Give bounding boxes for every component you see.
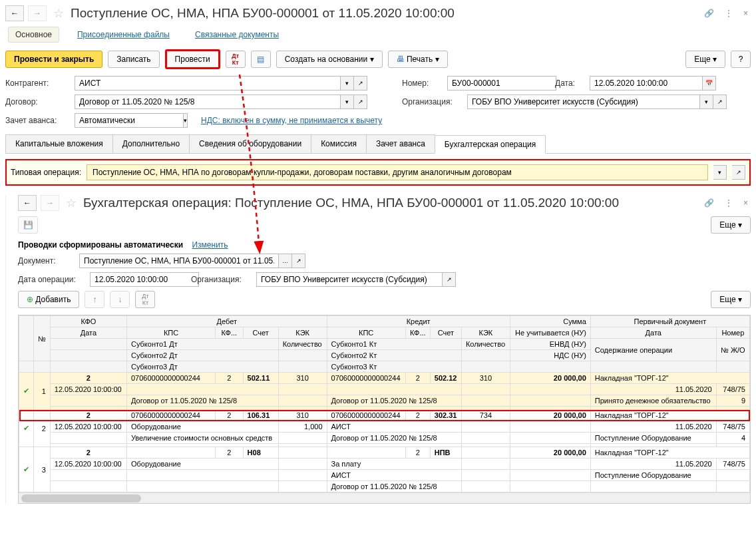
nds-link[interactable]: НДС: включен в сумму, не принимается к в… <box>201 116 382 125</box>
sub-tab-commission[interactable]: Комиссия <box>311 134 367 153</box>
change-link[interactable]: Изменить <box>192 240 228 250</box>
move-down-button[interactable]: ↓ <box>110 291 130 308</box>
inner-op-date-label: Дата операции: <box>18 275 82 284</box>
document-icon[interactable]: ▤ <box>251 51 271 68</box>
open-icon[interactable]: ↗ <box>443 272 456 287</box>
link-icon[interactable]: 🔗 <box>701 7 717 19</box>
open-icon[interactable]: ↗ <box>354 76 367 91</box>
org-input[interactable] <box>467 94 700 109</box>
row-number: 2 <box>34 410 51 447</box>
calendar-icon[interactable]: 📅 <box>703 76 716 91</box>
post-and-close-button[interactable]: Провести и закрыть <box>5 51 102 68</box>
inner-favorite-star-icon[interactable]: ☆ <box>66 196 77 210</box>
col-jo: № Ж/О <box>716 339 749 361</box>
nav-forward-button[interactable]: → <box>28 5 47 21</box>
posting-report-icon[interactable]: ДтКт <box>226 51 246 68</box>
tab-main[interactable]: Основное <box>8 27 59 43</box>
counterparty-input[interactable] <box>75 76 341 91</box>
dropdown-icon[interactable]: ▾ <box>184 113 188 128</box>
col-credit: Кредит <box>327 316 510 327</box>
nav-back-button[interactable]: ← <box>5 5 24 21</box>
tab-linked[interactable]: Связанные документы <box>188 27 286 43</box>
print-button[interactable]: 🖶 Печать ▾ <box>388 51 448 68</box>
col-pnum: Номер <box>716 327 749 339</box>
add-button[interactable]: ⊕ Добавить <box>18 291 79 308</box>
close-icon[interactable]: × <box>741 197 751 209</box>
col-c-qty: Количество <box>461 339 510 350</box>
table-subrow[interactable]: Договор от 11.05.2020 № 125/8 Договор от… <box>19 395 750 407</box>
postings-table[interactable]: № КФО Дебет Кредит Сумма Первичный докум… <box>18 315 751 504</box>
table-row[interactable]: ✔ 3 2 2Н08 2НПВ 20 000,00 Накладная "ТОР… <box>19 447 750 459</box>
grid-more-button[interactable]: Еще ▾ <box>711 291 751 308</box>
table-subrow[interactable]: АИСТ Поступление Оборудование <box>19 470 750 481</box>
more-menu-icon[interactable]: ⋮ <box>722 7 735 19</box>
row-advance: Зачет аванса: ▾ НДС: включен в сумму, не… <box>5 113 751 128</box>
dtkr-icon[interactable]: ДтКт <box>135 291 155 308</box>
table-subrow[interactable]: 12.05.2020 10:00:00 11.05.2020748/75 <box>19 384 750 395</box>
row-number: 1 <box>34 373 51 410</box>
number-input[interactable] <box>447 76 556 91</box>
inner-nav-back-button[interactable]: ← <box>18 195 37 211</box>
sub-tabs: Капитальные вложения Дополнительно Сведе… <box>5 134 751 154</box>
post-button[interactable]: Провести <box>165 49 220 69</box>
inner-more-button[interactable]: Еще ▾ <box>711 216 751 234</box>
dropdown-icon[interactable]: ▾ <box>713 165 727 180</box>
open-icon[interactable]: ↗ <box>713 94 727 109</box>
posting-status-text: Проводки сформированы автоматически <box>18 240 183 250</box>
advance-input[interactable] <box>75 113 184 128</box>
close-icon[interactable]: × <box>741 7 751 19</box>
favorite-star-icon[interactable]: ☆ <box>53 6 64 21</box>
col-c-kf: КФ... <box>405 327 430 339</box>
inner-nav-forward-button[interactable]: → <box>41 195 59 211</box>
col-d-acc: Счет <box>243 327 278 339</box>
save-button[interactable]: Записать <box>108 51 159 68</box>
date-input[interactable] <box>590 76 703 91</box>
table-subrow[interactable]: Увеличение стоимости основных средств До… <box>19 433 750 444</box>
open-icon[interactable]: ↗ <box>732 165 745 180</box>
inner-panel: ← → ☆ Бухгалтерская операция: Поступлени… <box>5 195 751 504</box>
sub-tab-equipment[interactable]: Сведения об оборудовании <box>189 134 311 153</box>
horizontal-scrollbar[interactable] <box>19 492 750 503</box>
row-number: 3 <box>34 447 51 492</box>
sub-tab-accounting[interactable]: Бухгалтерская операция <box>435 135 546 154</box>
chevron-down-icon: ▾ <box>713 55 717 64</box>
table-subrow[interactable]: Договор от 11.05.2020 № 125/8 <box>19 481 750 492</box>
sub-tab-additional[interactable]: Дополнительно <box>112 134 190 153</box>
col-pdate: Дата <box>590 327 716 339</box>
ellipsis-icon[interactable]: … <box>279 254 292 268</box>
contract-input[interactable] <box>75 94 341 109</box>
operation-label: Типовая операция: <box>11 168 81 177</box>
chevron-down-icon: ▾ <box>738 295 742 304</box>
open-icon[interactable]: ↗ <box>354 94 367 109</box>
open-icon[interactable]: ↗ <box>292 254 305 268</box>
link-icon[interactable]: 🔗 <box>701 197 717 209</box>
more-button[interactable]: Еще ▾ <box>685 51 725 68</box>
col-d-qty: Количество <box>278 339 327 350</box>
move-up-button[interactable]: ↑ <box>85 291 104 308</box>
col-nds: НДС (НУ) <box>510 350 590 361</box>
inner-save-icon[interactable]: 💾 <box>18 216 38 234</box>
tab-files[interactable]: Присоединенные файлы <box>70 27 177 43</box>
table-row[interactable]: ✔ 2 2 070600000000002442106.31310 070600… <box>19 410 750 421</box>
col-c-kek: КЭК <box>461 327 510 339</box>
table-subrow[interactable]: 12.05.2020 10:00:00 Оборудование1,000 АИ… <box>19 421 750 433</box>
inner-doc-input[interactable] <box>79 254 279 268</box>
col-sub2dt: Субконто2 Дт <box>126 350 278 361</box>
sub-tab-capital[interactable]: Капитальные вложения <box>5 134 113 153</box>
more-menu-icon[interactable]: ⋮ <box>722 197 735 209</box>
sub-tab-advance[interactable]: Зачет аванса <box>366 134 435 153</box>
dropdown-icon[interactable]: ▾ <box>700 94 713 109</box>
dropdown-icon[interactable]: ▾ <box>341 94 354 109</box>
table-subrow[interactable]: 12.05.2020 10:00:00 Оборудование За плат… <box>19 459 750 470</box>
advance-label: Зачет аванса: <box>5 116 67 125</box>
chevron-down-icon: ▾ <box>370 55 374 64</box>
dropdown-icon[interactable]: ▾ <box>341 76 354 91</box>
inner-org-input[interactable] <box>256 272 443 287</box>
create-based-button[interactable]: Создать на основании ▾ <box>276 51 383 68</box>
inner-org-label: Организация: <box>191 275 248 284</box>
col-sum: Сумма <box>510 316 590 327</box>
help-button[interactable]: ? <box>731 51 751 68</box>
table-row[interactable]: ✔ 1 2 070600000000002442502.11310 070600… <box>19 373 750 384</box>
operation-input[interactable] <box>87 164 708 180</box>
inner-op-date-input[interactable] <box>90 272 199 287</box>
